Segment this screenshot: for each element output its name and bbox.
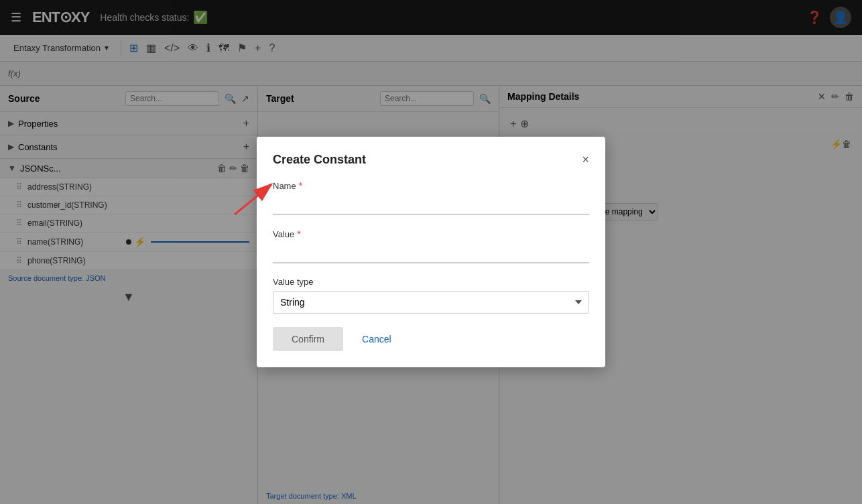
modal-close-button[interactable]: × [582, 153, 589, 167]
value-label: Value * [273, 229, 589, 239]
value-type-select[interactable]: StringIntegerBooleanDouble [273, 291, 589, 314]
modal-footer: Confirm Cancel [273, 327, 589, 351]
value-input[interactable] [273, 243, 589, 263]
value-form-group: Value * [273, 229, 589, 263]
modal-title: Create Constant [273, 153, 366, 167]
value-type-label: Value type [273, 277, 589, 287]
cancel-button[interactable]: Cancel [351, 327, 402, 351]
name-label: Name * [273, 180, 589, 191]
confirm-button[interactable]: Confirm [273, 327, 343, 351]
value-required-indicator: * [297, 229, 300, 239]
create-constant-modal: Create Constant × Name * Value * Value t… [257, 137, 605, 367]
value-type-form-group: Value type StringIntegerBooleanDouble [273, 277, 589, 314]
modal-overlay[interactable]: Create Constant × Name * Value * Value t… [0, 0, 862, 504]
modal-header: Create Constant × [273, 153, 589, 167]
name-required-indicator: * [299, 180, 302, 191]
name-input[interactable] [273, 195, 589, 215]
name-form-group: Name * [273, 180, 589, 215]
